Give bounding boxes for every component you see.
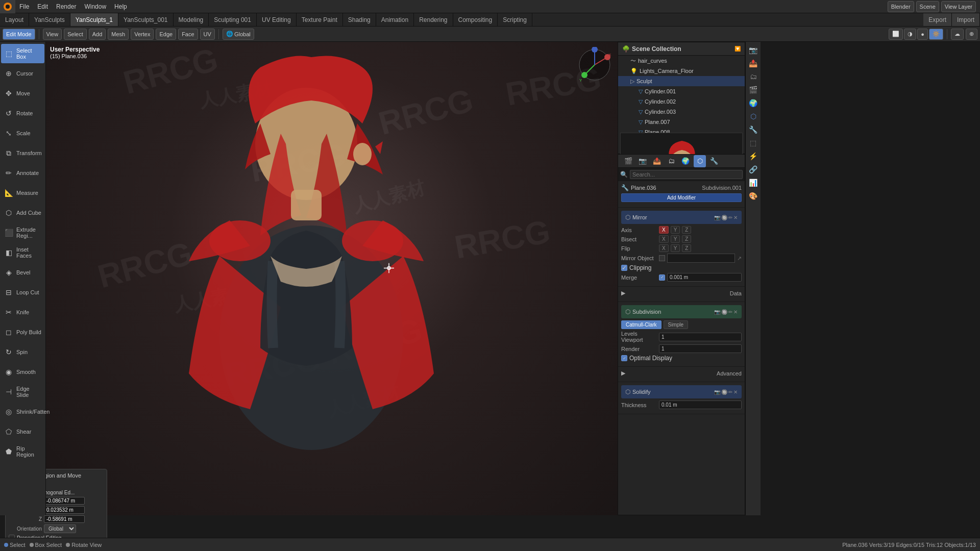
outliner-item-hair[interactable]: 〜 hair_curves: [618, 56, 745, 66]
menu-window[interactable]: Window: [80, 0, 110, 13]
move-x-input[interactable]: [44, 497, 85, 505]
add-modifier-button[interactable]: Add Modifier: [621, 193, 742, 202]
axis-y-button[interactable]: Y: [671, 226, 680, 234]
prop-icon-object[interactable]: ⬡: [747, 110, 760, 122]
tab-shading[interactable]: Shading: [343, 13, 376, 26]
menu-help[interactable]: Help: [110, 0, 131, 13]
tab-animation[interactable]: Animation: [376, 13, 414, 26]
tool-select-box[interactable]: ⬚ Select Box: [1, 44, 44, 63]
outliner-item-plane007[interactable]: ▽ Plane.007: [618, 117, 745, 127]
mirror-close-icon[interactable]: ✕: [733, 215, 738, 220]
flip-z-button[interactable]: Z: [682, 244, 691, 252]
tool-cursor[interactable]: ⊕ Cursor: [1, 64, 44, 83]
prop-icon-scene[interactable]: 🎬: [747, 84, 760, 96]
prop-modifier-icon[interactable]: 🔧: [708, 155, 720, 167]
mirror-object-input[interactable]: [667, 254, 735, 263]
tool-spin[interactable]: ↻ Spin: [1, 342, 44, 362]
tool-add-cube[interactable]: ⬡ Add Cube: [1, 203, 44, 222]
tool-scale[interactable]: ⤡ Scale: [1, 123, 44, 143]
solid-btn[interactable]: ◑: [904, 29, 916, 40]
axis-z-button[interactable]: Z: [682, 226, 691, 234]
prop-view-layer-icon[interactable]: 🗂: [665, 155, 677, 167]
overlay-btn[interactable]: ☁: [951, 29, 964, 40]
prop-icon-world[interactable]: 🌍: [747, 97, 760, 109]
tool-rip-region[interactable]: ⬟ Rip Region: [1, 442, 44, 461]
prop-world-icon[interactable]: 🌍: [679, 155, 692, 167]
viewport-gizmo[interactable]: X Y Z: [577, 47, 612, 83]
render-level-input[interactable]: [659, 344, 742, 353]
prop-object-icon[interactable]: ⬡: [694, 155, 706, 167]
tool-smooth[interactable]: ◉ Smooth: [1, 362, 44, 382]
material-btn[interactable]: ●: [917, 29, 928, 40]
mirror-object-swatch[interactable]: [659, 255, 665, 261]
view-layer-selector[interactable]: View Layer: [941, 1, 976, 12]
tab-texture-paint[interactable]: Texture Paint: [297, 13, 343, 26]
tab-rendering[interactable]: Rendering: [414, 13, 453, 26]
add-menu[interactable]: Add: [89, 29, 106, 40]
thickness-input[interactable]: [659, 400, 742, 409]
tab-yansculpts-1[interactable]: YanSculpts_1: [70, 13, 118, 26]
tab-sculpting[interactable]: Sculpting 001: [209, 13, 257, 26]
clipping-checkbox[interactable]: ✓: [621, 265, 627, 271]
outliner-item-sculpt[interactable]: ▷ Sculpt: [618, 76, 745, 86]
prop-icon-particles[interactable]: ⬚: [747, 137, 760, 149]
prop-icon-output[interactable]: 📤: [747, 57, 760, 69]
face-menu[interactable]: Face: [178, 29, 198, 40]
tab-modeling[interactable]: Modeling: [174, 13, 209, 26]
prop-icon-render[interactable]: 📷: [747, 44, 760, 56]
optimal-display-checkbox[interactable]: ✓: [621, 355, 627, 361]
prop-icon-physics[interactable]: ⚡: [747, 150, 760, 162]
subdiv-close-icon[interactable]: ✕: [733, 309, 738, 315]
move-y-input[interactable]: [44, 506, 85, 514]
select-menu[interactable]: Select: [64, 29, 87, 40]
axis-x-button[interactable]: X: [659, 226, 669, 234]
tab-scripting[interactable]: Scripting: [498, 13, 532, 26]
tab-export[interactable]: Export: [923, 13, 952, 26]
rendered-btn[interactable]: 🔆: [929, 29, 943, 40]
merge-value-input[interactable]: [667, 273, 742, 282]
tool-measure[interactable]: 📐 Measure: [1, 183, 44, 203]
mirror-object-pick[interactable]: ↗: [737, 255, 742, 262]
solidify-close-icon[interactable]: ✕: [733, 389, 738, 395]
levels-viewport-input[interactable]: [659, 333, 742, 341]
simple-btn[interactable]: Simple: [664, 320, 689, 329]
tab-compositing[interactable]: Compositing: [453, 13, 498, 26]
prop-icon-constraints[interactable]: 🔗: [747, 163, 760, 176]
uv-menu[interactable]: UV: [200, 29, 215, 40]
view-menu[interactable]: View: [43, 29, 62, 40]
tool-inset-faces[interactable]: ◧ Inset Faces: [1, 243, 44, 262]
mirror-modifier-header[interactable]: ⬡ Mirror 📷 🔘 ✏ ✕: [621, 211, 742, 224]
tab-uv-editing[interactable]: UV Editing: [257, 13, 297, 26]
tool-poly-build[interactable]: ◻ Poly Build: [1, 322, 44, 342]
mode-selector[interactable]: Edit Mode: [3, 29, 35, 40]
advanced-title[interactable]: ▶ Advanced: [621, 370, 742, 377]
subdivision-modifier-header[interactable]: ⬡ Subdivision 📷 🔘 ✏ ✕: [621, 305, 742, 318]
prop-render-icon[interactable]: 📷: [636, 155, 649, 167]
tool-extrude-region[interactable]: ⬛ Extrude Regi...: [1, 223, 44, 242]
tool-annotate[interactable]: ✏ Annotate: [1, 163, 44, 183]
tab-yansculpts[interactable]: YanSculpts: [29, 13, 70, 26]
menu-file[interactable]: File: [15, 0, 33, 13]
tool-knife[interactable]: ✂ Knife: [1, 303, 44, 322]
tool-shear[interactable]: ⬠ Shear: [1, 422, 44, 441]
prop-icon-modifier[interactable]: 🔧: [747, 123, 760, 136]
flip-y-button[interactable]: Y: [671, 244, 680, 252]
outliner-item-cylinder003[interactable]: ▽ Cylinder.003: [618, 107, 745, 117]
engine-selector[interactable]: Blender: [888, 1, 914, 12]
tool-edge-slide[interactable]: ⊣ Edge Slide: [1, 382, 44, 402]
catmull-clark-btn[interactable]: Catmull-Clark: [621, 320, 662, 329]
wireframe-btn[interactable]: ⬜: [889, 29, 903, 40]
tab-yansculpts-001[interactable]: YanSculpts_001: [118, 13, 174, 26]
tool-move[interactable]: ✥ Move: [1, 84, 44, 103]
menu-render[interactable]: Render: [52, 0, 80, 13]
scene-selector[interactable]: Scene: [916, 1, 939, 12]
merge-checkbox[interactable]: ✓: [659, 274, 665, 281]
solidify-header[interactable]: ⬡ Solidify 📷 🔘 ✏ ✕: [621, 385, 742, 398]
bisect-x-button[interactable]: X: [659, 235, 669, 243]
tab-import[interactable]: Import: [952, 13, 980, 26]
mesh-menu[interactable]: Mesh: [108, 29, 129, 40]
vertex-menu[interactable]: Vertex: [131, 29, 154, 40]
outliner-item-cylinder002[interactable]: ▽ Cylinder.002: [618, 96, 745, 107]
properties-search[interactable]: [630, 170, 743, 179]
flip-x-button[interactable]: X: [659, 244, 669, 252]
